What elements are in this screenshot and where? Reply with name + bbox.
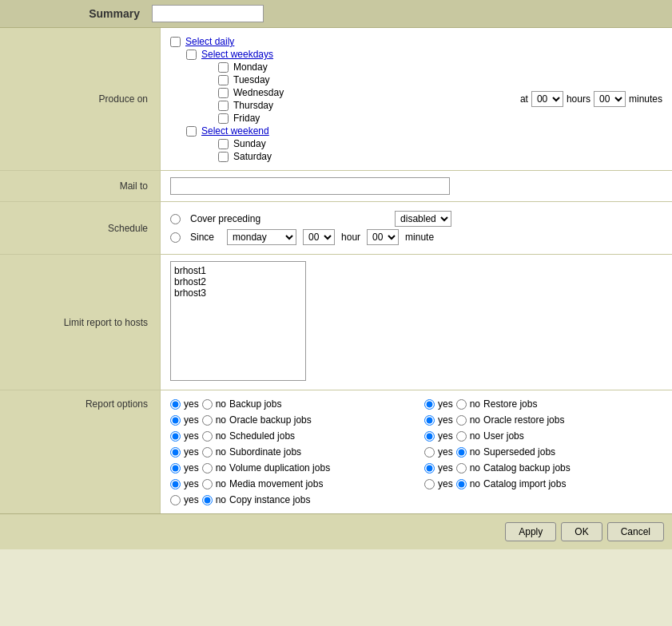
- copy_instance_jobs-no-radio[interactable]: [202, 495, 213, 505]
- report-option-right-item: yesnoSuperseded jobs: [424, 445, 662, 459]
- oracle_restore_jobs-label: Oracle restore jobs: [483, 414, 564, 426]
- media_movement_jobs-no-radio[interactable]: [202, 479, 213, 489]
- apply-button[interactable]: Apply: [505, 522, 556, 541]
- report-option-right-item: [424, 493, 662, 507]
- superseded_jobs-no-radio[interactable]: [456, 447, 467, 458]
- mail-to-label: Mail to: [0, 171, 160, 201]
- since-radio[interactable]: [170, 232, 181, 243]
- schedule-label: Schedule: [0, 202, 160, 254]
- volume_dup_jobs-no-label: no: [216, 462, 226, 473]
- subordinate_jobs-label: Subordinate jobs: [229, 446, 301, 458]
- report-option-right-item: yesnoOracle restore jobs: [424, 413, 662, 427]
- mail-to-content: [160, 171, 672, 201]
- catalog_backup_jobs-no-radio[interactable]: [456, 463, 467, 473]
- subordinate_jobs-yes-radio[interactable]: [170, 447, 181, 458]
- oracle_restore_jobs-yes-label: yes: [438, 414, 453, 426]
- subordinate_jobs-no-label: no: [216, 446, 226, 458]
- restore_jobs-label: Restore jobs: [483, 398, 537, 410]
- select-weekdays-item: Select weekdays: [186, 49, 515, 60]
- tuesday-checkbox[interactable]: [218, 75, 229, 85]
- since-day-select[interactable]: mondaytuesdaywednesdaythursdayfridaysatu…: [227, 229, 296, 245]
- report-options-grid: yesnoBackup jobsyesnoRestore jobsyesnoOr…: [170, 397, 662, 507]
- sunday-checkbox[interactable]: [218, 139, 229, 149]
- backup_jobs-yes-label: yes: [184, 398, 199, 410]
- weekend-section: Select weekend Sunday Saturday: [170, 125, 515, 162]
- media_movement_jobs-label: Media movement jobs: [229, 478, 323, 489]
- subordinate_jobs-no-radio[interactable]: [202, 447, 213, 458]
- cancel-button[interactable]: Cancel: [607, 522, 664, 541]
- select-weekdays-checkbox[interactable]: [186, 50, 197, 60]
- select-weekdays-link[interactable]: Select weekdays: [201, 49, 273, 60]
- oracle_backup_jobs-label: Oracle backup jobs: [229, 414, 312, 426]
- cover-preceding-row: Cover preceding disabledenabled: [170, 211, 662, 227]
- restore_jobs-no-label: no: [470, 398, 480, 410]
- copy_instance_jobs-yes-label: yes: [184, 494, 199, 505]
- mail-to-input[interactable]: [170, 177, 450, 195]
- copy_instance_jobs-yes-radio[interactable]: [170, 495, 181, 505]
- page: Summary Produce on Select daily Select w…: [0, 0, 672, 549]
- wednesday-label: Wednesday: [233, 87, 284, 98]
- oracle_backup_jobs-no-radio[interactable]: [202, 415, 213, 426]
- catalog_backup_jobs-label: Catalog backup jobs: [483, 462, 571, 473]
- since-row: Since mondaytuesdaywednesdaythursdayfrid…: [170, 229, 662, 245]
- oracle_backup_jobs-yes-label: yes: [184, 414, 199, 426]
- scheduled_jobs-no-radio[interactable]: [202, 431, 213, 442]
- catalog_import_jobs-yes-label: yes: [438, 478, 453, 489]
- volume_dup_jobs-no-radio[interactable]: [202, 463, 213, 473]
- select-weekend-link[interactable]: Select weekend: [201, 125, 269, 137]
- restore_jobs-no-radio[interactable]: [456, 399, 467, 410]
- backup_jobs-no-radio[interactable]: [202, 399, 213, 410]
- backup_jobs-yes-radio[interactable]: [170, 399, 181, 410]
- since-minute-select[interactable]: 00153045: [367, 229, 399, 245]
- oracle_backup_jobs-no-label: no: [216, 414, 226, 426]
- report-option-right-item: yesnoRestore jobs: [424, 397, 662, 411]
- wednesday-checkbox[interactable]: [218, 88, 229, 98]
- select-weekend-checkbox[interactable]: [186, 126, 197, 137]
- scheduled_jobs-no-label: no: [216, 430, 226, 442]
- superseded_jobs-yes-label: yes: [438, 446, 453, 458]
- schedule-content: Cover preceding disabledenabled Since mo…: [160, 202, 672, 254]
- catalog_backup_jobs-yes-radio[interactable]: [424, 463, 435, 473]
- hosts-textarea[interactable]: [170, 261, 306, 381]
- thursday-checkbox[interactable]: [218, 101, 229, 111]
- report-option-right-item: yesnoUser jobs: [424, 429, 662, 443]
- produce-on-left: Select daily Select weekdays Monday: [170, 34, 515, 164]
- since-hour-select[interactable]: 0001020304050607080910111213141516171819…: [303, 229, 335, 245]
- catalog_import_jobs-yes-radio[interactable]: [424, 479, 435, 489]
- saturday-item: Saturday: [218, 151, 515, 162]
- cover-preceding-radio[interactable]: [170, 214, 181, 224]
- oracle_backup_jobs-yes-radio[interactable]: [170, 415, 181, 426]
- backup_jobs-no-label: no: [216, 398, 226, 410]
- select-daily-link[interactable]: Select daily: [185, 36, 234, 47]
- hours-select[interactable]: 0001020304050607080910111213141516171819…: [531, 91, 563, 107]
- oracle_restore_jobs-yes-radio[interactable]: [424, 415, 435, 426]
- scheduled_jobs-yes-radio[interactable]: [170, 431, 181, 442]
- select-daily-checkbox[interactable]: [170, 37, 181, 47]
- saturday-checkbox[interactable]: [218, 152, 229, 162]
- volume_dup_jobs-yes-radio[interactable]: [170, 463, 181, 473]
- oracle_restore_jobs-no-label: no: [470, 414, 480, 426]
- superseded_jobs-yes-radio[interactable]: [424, 447, 435, 458]
- summary-name-input[interactable]: [152, 5, 264, 22]
- monday-checkbox[interactable]: [218, 62, 229, 73]
- since-minute-label: minute: [405, 232, 434, 243]
- restore_jobs-yes-radio[interactable]: [424, 399, 435, 410]
- monday-label: Monday: [233, 61, 268, 73]
- media_movement_jobs-yes-radio[interactable]: [170, 479, 181, 489]
- minutes-label: minutes: [629, 93, 662, 105]
- cover-preceding-select[interactable]: disabledenabled: [395, 211, 451, 227]
- scheduled_jobs-yes-label: yes: [184, 430, 199, 442]
- oracle_restore_jobs-no-radio[interactable]: [456, 415, 467, 426]
- backup_jobs-label: Backup jobs: [229, 398, 281, 410]
- report-options-content: yesnoBackup jobsyesnoRestore jobsyesnoOr…: [160, 390, 672, 513]
- report-option-right-item: yesnoCatalog import jobs: [424, 477, 662, 491]
- friday-checkbox[interactable]: [218, 113, 229, 124]
- ok-button[interactable]: OK: [561, 522, 602, 541]
- user_jobs-no-radio[interactable]: [456, 431, 467, 442]
- report-option-right-item: yesnoCatalog backup jobs: [424, 461, 662, 475]
- catalog_import_jobs-no-radio[interactable]: [456, 479, 467, 489]
- user_jobs-yes-radio[interactable]: [424, 431, 435, 442]
- select-daily-item: Select daily: [170, 36, 515, 47]
- report-option-left-item: yesnoVolume duplication jobs: [170, 461, 408, 475]
- minutes-select[interactable]: 00153045: [594, 91, 626, 107]
